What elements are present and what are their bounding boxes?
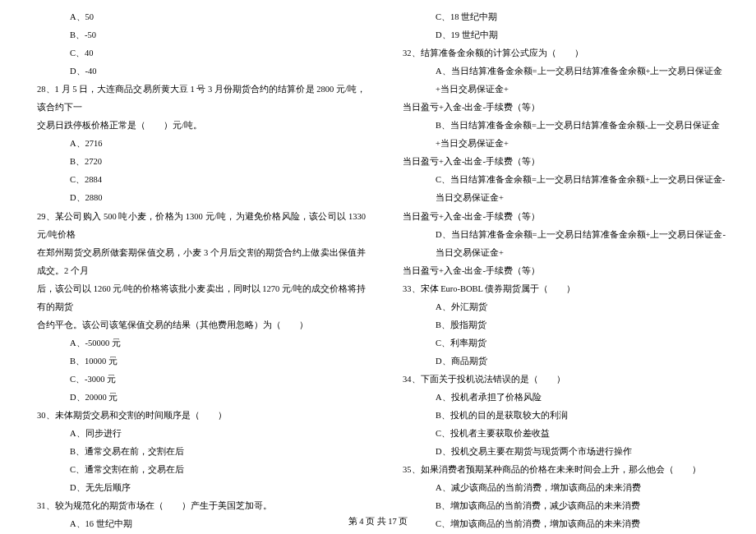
q33-option-a: A、外汇期货 — [390, 298, 731, 316]
q28-line1: 28、1 月 5 日，大连商品交易所黄大豆 1 号 3 月份期货合约的结算价是 … — [25, 81, 366, 117]
q32-line1: 32、结算准备金余额的计算公式应为（ ） — [390, 44, 731, 62]
left-column: A、50 B、-50 C、40 D、-40 28、1 月 5 日，大连商品交易所… — [25, 8, 378, 534]
q34-option-b: B、投机的目的是获取较大的利润 — [390, 407, 731, 425]
q27-option-a: A、50 — [25, 8, 366, 26]
q27-option-d: D、-40 — [25, 62, 366, 81]
q29-line2: 在郑州期货交易所做套期保值交易，小麦 3 个月后交割的期货合约上做卖出保值并成交… — [25, 244, 366, 280]
q32-option-a1: A、当日结算准备金余额=上一交易日结算准备金余额+上一交易日保证金+当日交易保证… — [390, 62, 731, 99]
q28-option-b: B、2720 — [25, 153, 366, 171]
q29-line1: 29、某公司购入 500 吨小麦，价格为 1300 元/吨，为避免价格风险，该公… — [25, 208, 366, 244]
q33-option-d: D、商品期货 — [390, 352, 731, 371]
q32-option-c2: 当日盈亏+入金-出金-手续费（等） — [390, 208, 731, 226]
q29-line4: 合约平仓。该公司该笔保值交易的结果（其他费用忽略）为（ ） — [25, 316, 366, 334]
q27-option-c: C、40 — [25, 44, 366, 62]
q29-option-c: C、-3000 元 — [25, 371, 366, 389]
q32-option-d1: D、当日结算准备金余额=上一交易日结算准备金余额+上一交易日保证金-当日交易保证… — [390, 226, 731, 262]
q32-option-d2: 当日盈亏+入金-出金-手续费（等） — [390, 262, 731, 280]
q33-option-c: C、利率期货 — [390, 334, 731, 352]
q28-option-d: D、2880 — [25, 189, 366, 207]
q29-line3: 后，该公司以 1260 元/吨的价格将该批小麦卖出，同时以 1270 元/吨的成… — [25, 280, 366, 316]
q29-option-b: B、10000 元 — [25, 352, 366, 371]
q32-option-b1: B、当日结算准备金余额=上一交易日结算准备金余额-上一交易日保证金+当日交易保证… — [390, 117, 731, 153]
q35-option-b: B、增加该商品的当前消费，减少该商品的未来消费 — [390, 497, 731, 515]
q27-option-b: B、-50 — [25, 26, 366, 44]
q30-line1: 30、未体期货交易和交割的时间顺序是（ ） — [25, 407, 366, 425]
q29-option-d: D、20000 元 — [25, 389, 366, 407]
q31-option-c: C、18 世纪中期 — [390, 8, 731, 26]
q34-option-c: C、投机者主要获取价差收益 — [390, 425, 731, 443]
q32-option-b2: 当日盈亏+入金-出金-手续费（等） — [390, 153, 731, 171]
q28-option-c: C、2884 — [25, 171, 366, 189]
q30-option-d: D、无先后顺序 — [25, 479, 366, 497]
right-column: C、18 世纪中期 D、19 世纪中期 32、结算准备金余额的计算公式应为（ ）… — [378, 8, 731, 534]
q34-option-d: D、投机交易主要在期货与现货两个市场进行操作 — [390, 443, 731, 461]
q34-option-a: A、投机者承担了价格风险 — [390, 389, 731, 407]
q33-option-b: B、股指期货 — [390, 316, 731, 334]
q29-option-a: A、-50000 元 — [25, 334, 366, 352]
q31-option-d: D、19 世纪中期 — [390, 26, 731, 44]
q34-line1: 34、下面关于投机说法错误的是（ ） — [390, 371, 731, 389]
q30-option-c: C、通常交割在前，交易在后 — [25, 461, 366, 479]
page-content: A、50 B、-50 C、40 D、-40 28、1 月 5 日，大连商品交易所… — [0, 0, 756, 534]
q32-option-c1: C、当日结算准备金余额=上一交易日结算准备金余额+上一交易日保证金-当日交易保证… — [390, 171, 731, 207]
q35-option-a: A、减少该商品的当前消费，增加该商品的未来消费 — [390, 479, 731, 497]
q31-line1: 31、较为规范化的期货市场在（ ）产生于美国芝加哥。 — [25, 497, 366, 515]
q32-option-a2: 当日盈亏+入金-出金-手续费（等） — [390, 99, 731, 117]
q35-line1: 35、如果消费者预期某种商品的价格在未来时间会上升，那么他会（ ） — [390, 461, 731, 479]
q28-option-a: A、2716 — [25, 135, 366, 153]
q28-line2: 交易日跌停板价格正常是（ ）元/吨。 — [25, 117, 366, 135]
q30-option-a: A、同步进行 — [25, 425, 366, 443]
page-footer: 第 4 页 共 17 页 — [0, 516, 756, 527]
q33-line1: 33、宋体 Euro-BOBL 债券期货属于（ ） — [390, 280, 731, 298]
q30-option-b: B、通常交易在前，交割在后 — [25, 443, 366, 461]
